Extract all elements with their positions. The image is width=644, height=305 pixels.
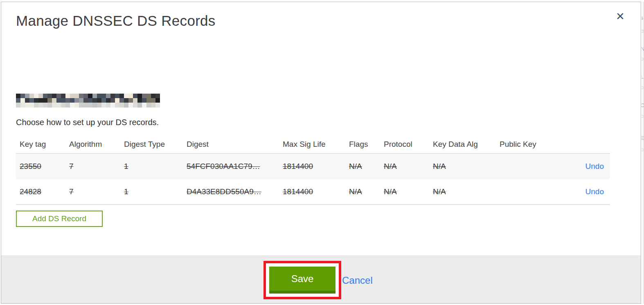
column-header-key-data-alg: Key Data Alg [433,140,500,149]
ds-records-table: Key tag Algorithm Digest Type Digest Max… [16,135,610,205]
cell-flags: N/A [349,187,384,196]
cell-flags: N/A [349,162,384,171]
add-ds-record-button[interactable]: Add DS Record [16,211,103,227]
cell-algorithm: 7 [69,162,124,171]
cell-protocol: N/A [384,162,433,171]
table-row: 24828 7 1 D4A33E8DD550A9… 1814400 N/A N/… [16,179,610,205]
table-row: 23550 7 1 54FCF030AA1C79… 1814400 N/A N/… [16,154,610,179]
cell-actions: Undo [545,162,610,171]
column-header-public-key: Public Key [500,140,545,149]
cell-max-sig-life: 1814400 [283,162,349,171]
close-icon[interactable]: ✕ [614,10,626,22]
column-header-digest: Digest [187,140,283,149]
cell-protocol: N/A [384,187,433,196]
column-header-protocol: Protocol [384,140,433,149]
cell-algorithm: 7 [69,187,124,196]
dnssec-modal: Manage DNSSEC DS Records ✕ Choose how to… [1,2,641,304]
cancel-link[interactable]: Cancel [342,275,373,286]
cell-digest: D4A33E8DD550A9… [187,187,283,196]
background-page-sliver: sdNoLoCoEo [642,2,644,304]
column-header-algorithm: Algorithm [69,140,124,149]
column-header-flags: Flags [349,140,384,149]
redacted-domain-name [16,94,160,108]
page-title: Manage DNSSEC DS Records [16,13,216,29]
cell-key-tag: 24828 [16,187,69,196]
cell-key-data-alg: N/A [433,162,500,171]
undo-link[interactable]: Undo [585,187,604,196]
undo-link[interactable]: Undo [585,162,604,170]
instruction-text: Choose how to set up your DS records. [16,118,159,127]
cell-actions: Undo [545,187,610,196]
column-header-digest-type: Digest Type [124,140,187,149]
column-header-max-sig-life: Max Sig Life [283,140,349,149]
cell-key-tag: 23550 [16,162,69,171]
cell-key-data-alg: N/A [433,187,500,196]
cell-digest-type: 1 [124,187,187,196]
red-highlight-annotation: Save [263,261,341,299]
cell-digest-type: 1 [124,162,187,171]
save-button[interactable]: Save [269,267,336,294]
column-header-key-tag: Key tag [16,140,69,149]
cell-max-sig-life: 1814400 [283,187,349,196]
cell-digest: 54FCF030AA1C79… [187,162,283,171]
table-header-row: Key tag Algorithm Digest Type Digest Max… [16,135,610,154]
